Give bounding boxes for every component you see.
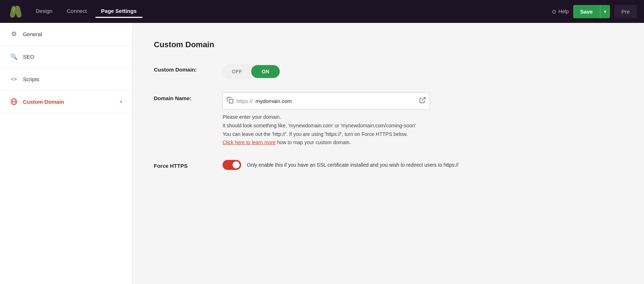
learn-more-link[interactable]: Click here to learn more bbox=[223, 139, 276, 145]
preview-button[interactable]: Pre bbox=[614, 5, 637, 18]
sidebar-label-scripts: Scripts bbox=[23, 76, 39, 82]
chevron-right-icon: › bbox=[120, 98, 122, 105]
custom-domain-label: Custom Domain: bbox=[154, 64, 211, 73]
domain-hint: Please enter your domain. It should look… bbox=[223, 113, 545, 147]
logo[interactable] bbox=[7, 4, 21, 19]
help-icon: ⊙ bbox=[552, 8, 556, 15]
search-icon: 🔍 bbox=[10, 53, 18, 60]
domain-input[interactable] bbox=[255, 98, 416, 104]
save-group: Save ▾ bbox=[573, 5, 610, 18]
copy-icon[interactable] bbox=[226, 97, 234, 106]
topnav-right: ⊙ Help Save ▾ Pre bbox=[552, 5, 637, 18]
nav-page-settings[interactable]: Page Settings bbox=[96, 5, 142, 18]
domain-name-row: Domain Name: https:// bbox=[154, 92, 623, 147]
sidebar: ⚙ General 🔍 SEO <> Scripts Custom Domain… bbox=[0, 23, 132, 284]
sidebar-label-general: General bbox=[23, 31, 42, 37]
topnav-links: Design Connect Page Settings bbox=[30, 5, 552, 18]
svg-line-4 bbox=[422, 97, 425, 101]
nav-design[interactable]: Design bbox=[30, 5, 58, 18]
sidebar-item-custom-domain[interactable]: Custom Domain › bbox=[0, 90, 132, 113]
help-label: Help bbox=[558, 9, 569, 14]
domain-name-control: https:// Please enter your domain. It sh… bbox=[223, 92, 545, 147]
domain-prefix: https:// bbox=[236, 98, 253, 104]
sidebar-item-general[interactable]: ⚙ General bbox=[0, 23, 132, 45]
domain-hint-line1: Please enter your domain. bbox=[223, 113, 545, 122]
force-https-label: Force HTTPS bbox=[154, 160, 211, 169]
toggle-off-option[interactable]: OFF bbox=[223, 65, 251, 78]
sidebar-label-seo: SEO bbox=[23, 54, 34, 60]
domain-hint-line2: It should look something like, 'mynewdom… bbox=[223, 122, 545, 130]
sidebar-item-seo[interactable]: 🔍 SEO bbox=[0, 45, 132, 68]
help-button[interactable]: ⊙ Help bbox=[552, 8, 569, 15]
domain-hint-line4: Click here to learn more how to map your… bbox=[223, 138, 545, 147]
sidebar-item-scripts[interactable]: <> Scripts bbox=[0, 68, 132, 90]
custom-domain-row: Custom Domain: OFF ON bbox=[154, 64, 623, 79]
globe-icon bbox=[10, 98, 18, 106]
force-https-toggle[interactable] bbox=[223, 160, 241, 170]
main-layout: ⚙ General 🔍 SEO <> Scripts Custom Domain… bbox=[0, 23, 644, 284]
topnav: Design Connect Page Settings ⊙ Help Save… bbox=[0, 0, 644, 23]
force-https-control: Only enable this if you have an SSL cert… bbox=[223, 160, 545, 170]
sidebar-label-custom-domain: Custom Domain bbox=[23, 99, 64, 105]
gear-icon: ⚙ bbox=[10, 30, 18, 38]
code-icon: <> bbox=[10, 75, 18, 83]
toggle-track[interactable] bbox=[223, 160, 241, 170]
force-https-row: Force HTTPS Only enable this if you have… bbox=[154, 160, 623, 170]
learn-more-suffix: how to map your custom domain. bbox=[276, 139, 351, 145]
external-link-icon[interactable] bbox=[419, 97, 426, 106]
domain-hint-line3: You can leave out the 'http://'. If you … bbox=[223, 130, 545, 139]
domain-input-wrapper: https:// bbox=[223, 92, 430, 109]
custom-domain-toggle[interactable]: OFF ON bbox=[223, 64, 280, 79]
toggle-on-option[interactable]: ON bbox=[251, 65, 280, 78]
svg-rect-3 bbox=[229, 99, 233, 103]
save-button[interactable]: Save bbox=[573, 5, 600, 18]
force-https-toggle-group: Only enable this if you have an SSL cert… bbox=[223, 160, 545, 170]
nav-connect[interactable]: Connect bbox=[61, 5, 93, 18]
save-dropdown-button[interactable]: ▾ bbox=[600, 5, 610, 18]
custom-domain-control: OFF ON bbox=[223, 64, 545, 79]
page-title: Custom Domain bbox=[154, 40, 623, 49]
content-area: Custom Domain Custom Domain: OFF ON Doma… bbox=[132, 23, 644, 284]
force-https-text: Only enable this if you have an SSL cert… bbox=[247, 162, 459, 168]
domain-name-label: Domain Name: bbox=[154, 92, 211, 101]
toggle-thumb bbox=[233, 161, 240, 168]
